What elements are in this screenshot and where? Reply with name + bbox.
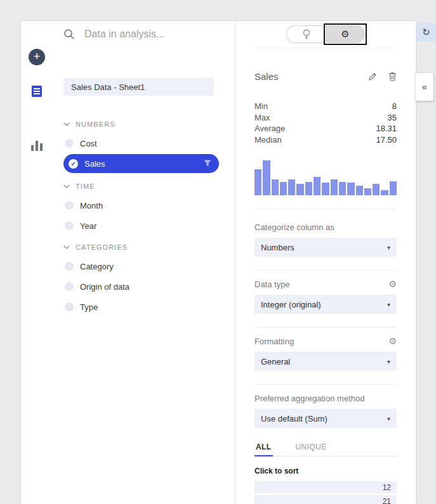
- histogram-bar: [280, 182, 287, 195]
- column-item-cost[interactable]: Cost: [63, 134, 219, 152]
- visualizations-button[interactable]: [31, 141, 43, 151]
- data-in-analysis-pane: Sales Data - Sheet1 NUMBERS Cost ✓ Sales…: [53, 21, 235, 504]
- section-label: CATEGORIES: [76, 243, 128, 251]
- bar-chart-icon: [31, 141, 43, 151]
- value-row[interactable]: 21: [254, 495, 397, 504]
- value-cell: 12: [383, 483, 391, 492]
- collapse-icon: «: [422, 82, 427, 92]
- field-label-formatting: Formatting ⚙: [254, 336, 397, 346]
- field-label: Data type: [254, 280, 290, 289]
- section-header-categories[interactable]: CATEGORIES: [63, 242, 219, 252]
- section-label: TIME: [76, 183, 95, 190]
- column-stats: Min 8 Max 35 Average 18.31 Median 17.50: [254, 101, 397, 145]
- stat-value: 18.31: [376, 123, 397, 134]
- stat-label: Max: [254, 112, 270, 124]
- column-label: Category: [80, 262, 114, 271]
- data-panel-button[interactable]: [30, 84, 44, 100]
- add-button[interactable]: +: [29, 49, 45, 65]
- stat-value: 35: [388, 112, 397, 124]
- column-item-month[interactable]: Month: [63, 197, 219, 214]
- histogram-bar: [339, 182, 346, 195]
- column-label: Type: [80, 302, 98, 312]
- formatting-dropdown[interactable]: General ▾: [254, 352, 397, 371]
- field-label: Preferred aggregation method: [254, 394, 364, 403]
- categorize-dropdown[interactable]: Numbers ▾: [254, 238, 397, 257]
- search-input[interactable]: [83, 28, 219, 41]
- trash-icon: [388, 72, 397, 81]
- column-label: Cost: [80, 139, 97, 148]
- chevron-down-icon: [63, 122, 70, 126]
- column-item-origin-of-data[interactable]: Origin of data: [63, 278, 219, 295]
- column-bullet: [65, 302, 74, 311]
- sort-hint[interactable]: Click to sort: [254, 467, 397, 475]
- edit-button[interactable]: [368, 72, 378, 81]
- lightbulb-icon: [302, 29, 311, 40]
- data-type-dropdown[interactable]: Integer (original) ▾: [254, 295, 397, 314]
- dropdown-value: Numbers: [261, 243, 294, 252]
- column-label: Sales: [84, 159, 105, 169]
- caret-down-icon: ▾: [387, 301, 390, 308]
- recommendations-toggle-button[interactable]: [286, 25, 326, 43]
- histogram-bar: [347, 183, 354, 195]
- histogram-bar: [373, 184, 380, 195]
- field-label-data-type: Data type ⚙: [254, 279, 397, 289]
- histogram-bar: [254, 169, 261, 195]
- section-label: NUMBERS: [76, 120, 116, 128]
- column-item-category[interactable]: Category: [63, 257, 219, 275]
- chevron-down-icon: [63, 245, 70, 249]
- histogram-bar: [364, 188, 371, 195]
- histogram-bar: [305, 182, 312, 195]
- left-toolbar: +: [21, 21, 53, 504]
- dropdown-value: Use default (Sum): [261, 414, 327, 423]
- panel-mode-toggle: ⚙: [254, 21, 397, 48]
- histogram-bar: [272, 179, 279, 195]
- refresh-icon: ↻: [422, 27, 430, 38]
- value-row[interactable]: 12: [254, 481, 397, 493]
- refresh-button[interactable]: ↻: [416, 23, 436, 42]
- column-item-year[interactable]: Year: [63, 217, 219, 235]
- tab-unique[interactable]: UNIQUE: [294, 438, 328, 456]
- stat-label: Average: [254, 123, 285, 134]
- column-item-type[interactable]: Type: [63, 298, 219, 316]
- tab-all[interactable]: ALL: [254, 438, 273, 456]
- stat-label: Median: [254, 134, 282, 146]
- data-source-item[interactable]: Sales Data - Sheet1: [63, 78, 214, 96]
- histogram: [254, 160, 397, 195]
- histogram-bar: [314, 177, 320, 195]
- collapse-panel-button[interactable]: «: [416, 73, 433, 101]
- section-header-numbers[interactable]: NUMBERS: [63, 119, 219, 129]
- filter-icon[interactable]: [204, 160, 211, 167]
- column-bullet: [65, 282, 74, 291]
- stat-row-median: Median 17.50: [254, 134, 397, 146]
- histogram-bar: [263, 160, 270, 195]
- stat-row-max: Max 35: [254, 112, 397, 124]
- search-row: [63, 21, 219, 48]
- field-label: Formatting: [254, 337, 294, 346]
- app-window: + Sale: [0, 0, 436, 504]
- divider: [254, 209, 397, 209]
- stat-row-min: Min 8: [254, 101, 397, 112]
- data-table-icon: [30, 84, 44, 98]
- histogram-bar: [381, 190, 388, 195]
- properties-toggle-button[interactable]: ⚙: [326, 25, 365, 43]
- aggregation-dropdown[interactable]: Use default (Sum) ▾: [254, 409, 397, 428]
- gear-icon[interactable]: ⚙: [388, 336, 397, 346]
- delete-button[interactable]: [388, 72, 397, 81]
- caret-down-icon: ▾: [387, 244, 390, 251]
- section-header-time[interactable]: TIME: [63, 181, 219, 191]
- value-cell: 21: [383, 497, 391, 504]
- search-icon: [63, 29, 75, 40]
- stat-label: Min: [254, 101, 268, 112]
- column-bullet: [65, 221, 74, 230]
- column-item-sales[interactable]: ✓ Sales: [63, 154, 219, 173]
- field-label-categorize: Categorize column as: [254, 222, 397, 232]
- histogram-bar: [390, 181, 397, 195]
- gear-icon[interactable]: ⚙: [388, 279, 397, 289]
- pencil-icon: [368, 72, 378, 81]
- values-tabs: ALL UNIQUE: [254, 438, 397, 456]
- gear-icon: ⚙: [341, 29, 349, 40]
- dropdown-value: Integer (original): [261, 300, 321, 309]
- divider: [254, 270, 397, 271]
- column-title-row: Sales: [254, 71, 397, 82]
- field-label-aggregation: Preferred aggregation method: [254, 393, 397, 403]
